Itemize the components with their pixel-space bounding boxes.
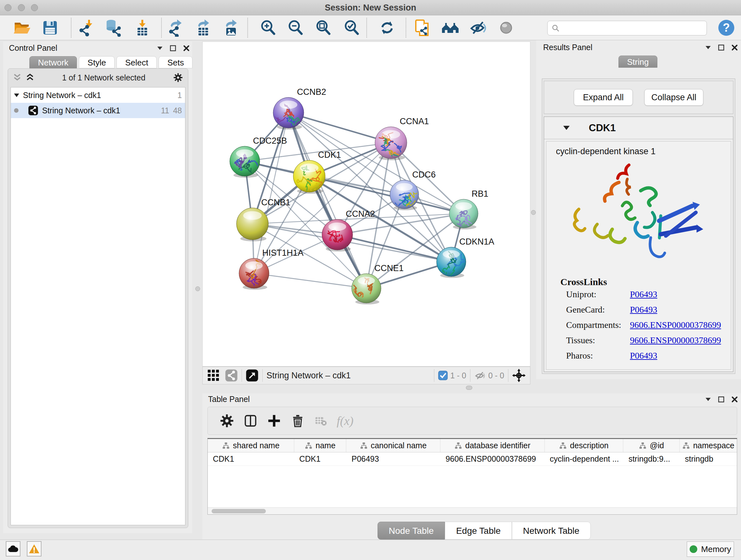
- crosslink-link[interactable]: P06493: [630, 351, 657, 361]
- tab-select[interactable]: Select: [117, 56, 157, 68]
- right-splitter-handle[interactable]: [531, 210, 536, 215]
- panel-menu-icon[interactable]: [157, 46, 163, 50]
- close-window-button[interactable]: [4, 4, 11, 11]
- column-header-database-identifier[interactable]: database identifier: [441, 439, 545, 452]
- warnings-button[interactable]: [27, 541, 42, 557]
- collection-expand-triangle-icon[interactable]: [14, 94, 19, 97]
- table-row[interactable]: CDK1 CDK1 P06493 9606.ENSP00000378699 cy…: [208, 452, 737, 466]
- birdseye-view-icon[interactable]: [207, 369, 220, 382]
- tab-edge-table[interactable]: Edge Table: [445, 522, 512, 540]
- refresh-network-button[interactable]: [378, 19, 396, 37]
- zoom-fit-button[interactable]: [314, 19, 332, 37]
- memory-button[interactable]: Memory: [687, 542, 734, 557]
- network-node-CDC25B[interactable]: [230, 146, 260, 178]
- expand-all-chevron-icon[interactable]: [26, 73, 34, 82]
- network-collection-row[interactable]: String Network – cdk1 1: [11, 87, 185, 103]
- protein-card-header[interactable]: CDK1: [544, 117, 733, 139]
- panel-menu-icon[interactable]: [705, 397, 711, 401]
- close-panel-icon[interactable]: [731, 396, 738, 402]
- column-header-shared-name[interactable]: shared name: [208, 439, 294, 452]
- tab-network-table[interactable]: Network Table: [512, 522, 591, 540]
- help-button[interactable]: ?: [718, 19, 735, 37]
- minimize-window-button[interactable]: [18, 4, 25, 11]
- cell-shared-name[interactable]: CDK1: [208, 452, 294, 465]
- share-network-icon[interactable]: [225, 369, 238, 382]
- cell-id[interactable]: stringdb:9...: [623, 452, 680, 465]
- network-edge-CCNB2-CCNE1[interactable]: [288, 113, 366, 288]
- network-node-RB1[interactable]: [449, 199, 478, 229]
- import-network-from-database-button[interactable]: [104, 19, 122, 37]
- network-node-CCNB1[interactable]: [237, 208, 268, 241]
- network-node-CDKN1A[interactable]: [436, 247, 466, 283]
- hide-selected-button[interactable]: [469, 19, 487, 37]
- network-canvas[interactable]: CCNB2CCNA1CDC25BCDK1CDC6RB1CCNB1CCNA2CDK…: [202, 42, 530, 367]
- tab-style[interactable]: Style: [79, 56, 115, 68]
- cell-namespace[interactable]: stringdb: [680, 452, 737, 465]
- float-panel-icon[interactable]: [718, 396, 724, 402]
- table-horizontal-scrollbar[interactable]: [208, 507, 737, 514]
- crosslink-link[interactable]: P06493: [630, 305, 657, 315]
- scrollbar-thumb[interactable]: [212, 509, 266, 513]
- float-panel-icon[interactable]: [170, 45, 176, 51]
- collapse-all-chevron-icon[interactable]: [13, 73, 21, 82]
- float-panel-icon[interactable]: [718, 44, 724, 51]
- open-session-button[interactable]: [13, 19, 30, 37]
- network-node-CCNB2[interactable]: [273, 98, 304, 131]
- network-node-CDK1[interactable]: [293, 160, 325, 194]
- export-image-button[interactable]: [222, 19, 240, 37]
- zoom-out-button[interactable]: [286, 19, 305, 37]
- network-edge-CCNA2-CDKN1A[interactable]: [337, 235, 451, 262]
- table-settings-gear-icon[interactable]: [220, 414, 234, 428]
- first-neighbors-button[interactable]: [441, 19, 459, 37]
- column-header-namespace[interactable]: namespace: [680, 439, 737, 452]
- export-view-icon[interactable]: [246, 369, 259, 382]
- cell-database-identifier[interactable]: 9606.ENSP00000378699: [441, 452, 545, 465]
- network-edge-CCNE1-HIST1H1A[interactable]: [254, 273, 366, 288]
- delete-column-trash-icon[interactable]: [291, 414, 305, 428]
- network-node-HIST1H1A[interactable]: [239, 258, 269, 290]
- column-header-name[interactable]: name: [294, 439, 347, 452]
- export-network-button[interactable]: [167, 19, 185, 37]
- network-row[interactable]: String Network – cdk1 11 48: [11, 103, 185, 118]
- pan-crosshair-icon[interactable]: [512, 369, 526, 382]
- search-input[interactable]: [562, 23, 706, 33]
- cell-description[interactable]: cyclin-dependent ...: [545, 452, 623, 465]
- tab-network[interactable]: Network: [29, 56, 77, 68]
- network-node-CDC6[interactable]: [390, 180, 423, 210]
- selected-counts-checkbox-icon[interactable]: [438, 371, 448, 380]
- collapse-all-button[interactable]: Collapse All: [644, 89, 703, 106]
- expand-all-button[interactable]: Expand All: [574, 89, 633, 106]
- zoom-window-button[interactable]: [31, 4, 38, 11]
- column-header-description[interactable]: description: [545, 439, 623, 452]
- crosslink-link[interactable]: 9606.ENSP00000378699: [630, 335, 721, 346]
- network-node-CCNE1[interactable]: [351, 273, 381, 305]
- show-columns-icon[interactable]: [244, 414, 258, 428]
- cell-name[interactable]: CDK1: [294, 452, 347, 465]
- cloud-status-button[interactable]: [6, 541, 20, 557]
- tab-node-table[interactable]: Node Table: [378, 522, 445, 540]
- horizontal-splitter-handle[interactable]: [466, 386, 472, 390]
- crosslink-link[interactable]: P06493: [630, 289, 657, 300]
- tab-sets[interactable]: Sets: [158, 56, 192, 68]
- import-table-button[interactable]: [133, 19, 151, 37]
- tab-string[interactable]: String: [618, 56, 657, 68]
- save-session-button[interactable]: [41, 19, 59, 37]
- protein-collapse-triangle-icon[interactable]: [563, 126, 569, 130]
- network-options-gear-icon[interactable]: [173, 73, 183, 82]
- left-splitter-handle[interactable]: [195, 287, 200, 291]
- close-panel-icon[interactable]: [183, 45, 190, 51]
- new-network-from-selection-button[interactable]: [413, 19, 431, 37]
- export-table-button[interactable]: [194, 19, 212, 37]
- import-network-button[interactable]: [77, 19, 95, 37]
- close-panel-icon[interactable]: [731, 44, 738, 51]
- crosslink-link[interactable]: 9606.ENSP00000378699: [630, 320, 721, 330]
- panel-menu-icon[interactable]: [705, 46, 711, 50]
- cell-canonical-name[interactable]: P06493: [346, 452, 441, 465]
- column-header-id[interactable]: @id: [623, 439, 680, 452]
- network-node-CCNA1[interactable]: [375, 127, 407, 160]
- show-all-button[interactable]: [497, 19, 515, 37]
- create-column-plus-icon[interactable]: [267, 414, 281, 428]
- zoom-in-button[interactable]: [259, 19, 277, 37]
- zoom-selected-button[interactable]: [343, 19, 360, 37]
- column-header-canonical-name[interactable]: canonical name: [346, 439, 441, 452]
